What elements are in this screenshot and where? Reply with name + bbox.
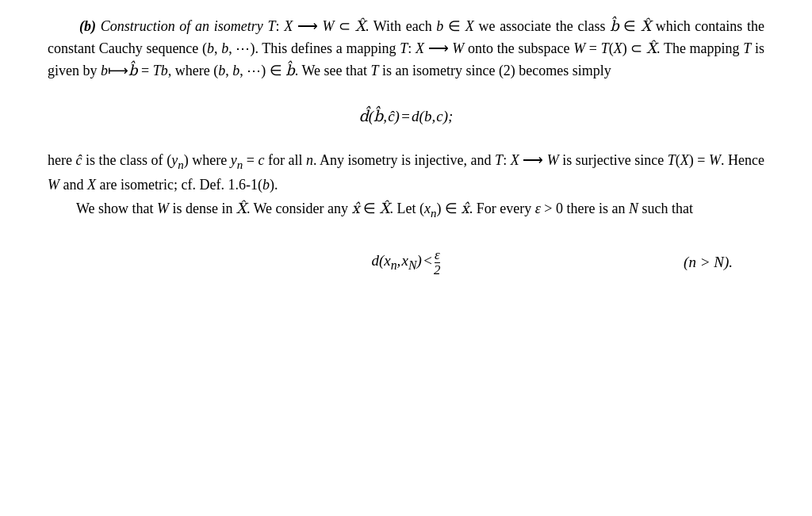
equation-1: d̂(b̂, ĉ) = d(b, c); xyxy=(48,105,764,128)
equation-2: d(xn, xN) < ε2 (n > N). xyxy=(48,248,764,277)
eq1-text: d̂(b̂, ĉ) = d(b, c); xyxy=(359,108,454,124)
Xhat2: X̂ xyxy=(641,18,651,34)
b-var: b xyxy=(436,18,443,34)
arrow1: ⟶ xyxy=(297,18,318,34)
eq2-lhs: d(xn, xN) < ε2 xyxy=(371,248,440,277)
section-label: (b) xyxy=(79,18,96,34)
main-content: (b) Construction of an isometry T: X ⟶ W… xyxy=(48,16,764,277)
domain: X xyxy=(284,18,293,34)
paragraph-b: (b) Construction of an isometry T: X ⟶ W… xyxy=(48,16,764,82)
elem1: ∈ xyxy=(448,18,461,34)
X1: X xyxy=(465,18,474,34)
elem2: ∈ xyxy=(623,18,636,34)
chat: ĉ xyxy=(76,152,82,168)
paragraph-here: here ĉ is the class of (yn) where yn = … xyxy=(48,150,764,197)
codomain: W xyxy=(323,18,335,34)
eq2-label: (n > N). xyxy=(684,250,733,273)
paragraph-dense: We show that W is dense in X̂. We consid… xyxy=(48,198,764,223)
Xhat1: X̂ xyxy=(355,18,366,34)
period1: . xyxy=(366,18,373,34)
bhat1: b̂ xyxy=(610,18,619,34)
colon: : xyxy=(275,18,284,34)
subset-sym: ⊂ xyxy=(339,18,350,34)
section-title: Construction of an isometry T xyxy=(101,18,276,34)
